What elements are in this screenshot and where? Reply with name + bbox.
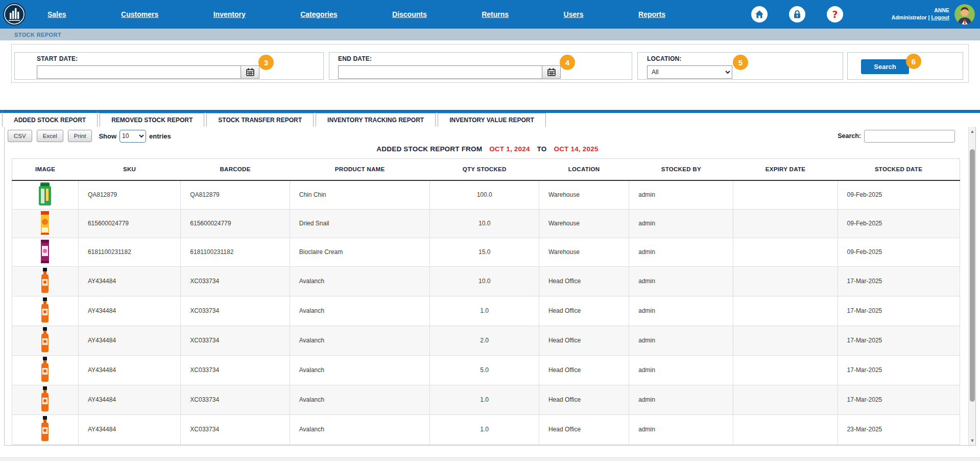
cell-sku: 615600024779 — [78, 209, 180, 238]
cell-stocked_date: 09-Feb-2025 — [838, 209, 960, 238]
print-export-button[interactable]: Print — [68, 130, 92, 142]
cell-sku: QA812879 — [78, 180, 180, 210]
start-date-label: START DATE: — [37, 55, 78, 62]
location-box: LOCATION: All 5 — [637, 52, 843, 80]
cell-barcode: QA812879 — [181, 180, 290, 210]
cell-sku: AY434484 — [78, 444, 180, 446]
lock-icon[interactable] — [789, 6, 805, 22]
user-avatar[interactable] — [954, 4, 975, 25]
bottle-icon — [36, 347, 54, 354]
product-image — [12, 296, 79, 326]
nav-item-inventory[interactable]: Inventory — [213, 10, 246, 18]
help-icon[interactable]: ? — [827, 6, 843, 22]
table-search-label: Search: — [838, 132, 861, 140]
cell-stocked_by: admin — [629, 266, 733, 296]
product-image — [12, 266, 79, 296]
start-date-calendar-icon[interactable] — [241, 65, 259, 79]
cell-stocked_date: 17-Mar-2025 — [838, 326, 960, 355]
end-date-input[interactable] — [338, 65, 542, 79]
cell-location: Head Office — [539, 326, 629, 355]
cell-stocked_by: admin — [629, 296, 733, 326]
cell-sku: 6181100231182 — [78, 238, 180, 266]
cell-qty: 1.0 — [430, 385, 539, 414]
cell-qty: 10.0 — [430, 209, 539, 238]
filter-search-button[interactable]: Search — [861, 59, 909, 74]
column-header-stocked-date[interactable]: STOCKED DATE — [838, 159, 960, 180]
bottle-icon — [36, 436, 54, 443]
cell-barcode: 6181100231182 — [181, 238, 290, 266]
cell-location: Head Office — [539, 414, 629, 444]
cell-barcode: 615600024779 — [181, 209, 290, 238]
report-title: ADDED STOCK REPORT FROM OCT 1, 2024 TO O… — [5, 145, 975, 157]
nav-item-returns[interactable]: Returns — [482, 10, 509, 18]
cream-pack-icon — [38, 258, 52, 265]
scroll-up-icon[interactable]: ▲ — [969, 128, 976, 135]
tab-removed-stock-report[interactable]: REMOVED STOCK REPORT — [100, 113, 204, 127]
cell-stocked_date: 17-Mar-2025 — [838, 296, 960, 326]
nav-menu: SalesCustomersInventoryCategoriesDiscoun… — [47, 10, 665, 18]
stock-report-table: IMAGESKUBARCODEPRODUCT NAMEQTY STOCKEDLO… — [12, 158, 960, 446]
cell-location: Head Office — [539, 296, 629, 326]
nav-item-discounts[interactable]: Discounts — [392, 10, 427, 18]
logout-link[interactable]: Logout — [931, 14, 949, 20]
column-header-stocked-by[interactable]: STOCKED BY — [629, 159, 733, 180]
entries-select[interactable]: 10 — [119, 130, 146, 143]
nav-item-customers[interactable]: Customers — [121, 10, 158, 18]
table-search-input[interactable] — [864, 130, 955, 143]
cell-stocked_date: 17-Mar-2025 — [838, 355, 960, 385]
column-header-barcode[interactable]: BARCODE — [181, 159, 290, 180]
cell-product: Avalanch — [290, 355, 430, 385]
column-header-location[interactable]: LOCATION — [539, 159, 629, 180]
product-image — [12, 238, 79, 266]
excel-export-button[interactable]: Excel — [37, 130, 63, 142]
cell-barcode: XC033734 — [181, 296, 290, 326]
tab-inventory-tracking-report[interactable]: INVENTORY TRACKING REPORT — [316, 113, 436, 127]
cell-stocked_date: 23-Mar-2025 — [838, 414, 960, 444]
table-row: AY434484XC033734Avalanch1.0Head Officead… — [12, 385, 960, 414]
report-to-date: OCT 14, 2025 — [554, 145, 598, 153]
cell-qty: 1.0 — [430, 444, 539, 446]
table-row: AY434484XC033734Avalanch2.0Head Officead… — [12, 326, 960, 355]
cell-product: Bioclaire Cream — [290, 238, 430, 266]
location-select[interactable]: All — [647, 65, 732, 79]
bottle-icon — [36, 406, 54, 413]
table-row: AY434484XC033734Avalanch1.0Head Officead… — [12, 444, 960, 446]
cell-qty: 10.0 — [430, 266, 539, 296]
vertical-scrollbar: ▲ ▼ — [968, 127, 975, 445]
start-date-input[interactable] — [37, 65, 241, 79]
cell-qty: 15.0 — [430, 238, 539, 266]
report-title-prefix: ADDED STOCK REPORT FROM — [376, 145, 482, 153]
cell-product: Avalanch — [290, 385, 430, 414]
csv-export-button[interactable]: CSV — [8, 130, 32, 142]
cell-location: Warehouse — [539, 238, 629, 266]
cell-qty: 1.0 — [430, 296, 539, 326]
cell-product: Avalanch — [290, 444, 430, 446]
tab-stock-transfer-report[interactable]: STOCK TRANSFER REPORT — [206, 113, 314, 127]
scrollbar-thumb[interactable] — [970, 149, 975, 402]
cell-qty: 2.0 — [430, 326, 539, 355]
cell-barcode: XC033734 — [181, 355, 290, 385]
home-icon[interactable] — [751, 6, 768, 22]
column-header-image[interactable]: IMAGE — [12, 159, 79, 180]
table-toolbar: CSVExcelPrint Show 10 entries Search: — [5, 127, 975, 145]
table-row: 61811002311826181100231182Bioclaire Crea… — [12, 238, 960, 266]
column-header-expiry-date[interactable]: EXPIRY DATE — [733, 159, 838, 180]
column-header-product-name[interactable]: PRODUCT NAME — [290, 159, 430, 180]
product-image — [12, 355, 79, 385]
show-label: Show — [99, 132, 116, 140]
cell-stocked_by: admin — [629, 209, 733, 238]
tab-added-stock-report[interactable]: ADDED STOCK REPORT — [2, 110, 98, 127]
bottle-icon — [36, 377, 54, 384]
app-logo-icon[interactable] — [3, 3, 26, 26]
nav-item-sales[interactable]: Sales — [47, 10, 66, 18]
tab-inventory-value-report[interactable]: INVENTORY VALUE REPORT — [438, 113, 546, 127]
cell-stocked_by: admin — [629, 414, 733, 444]
cell-expiry — [733, 444, 838, 446]
nav-item-users[interactable]: Users — [564, 10, 584, 18]
scroll-down-icon[interactable]: ▼ — [969, 437, 976, 444]
end-date-calendar-icon[interactable] — [542, 65, 561, 79]
column-header-qty-stocked[interactable]: QTY STOCKED — [430, 159, 539, 180]
nav-item-reports[interactable]: Reports — [638, 10, 665, 18]
nav-item-categories[interactable]: Categories — [300, 10, 337, 18]
column-header-sku[interactable]: SKU — [78, 159, 180, 180]
